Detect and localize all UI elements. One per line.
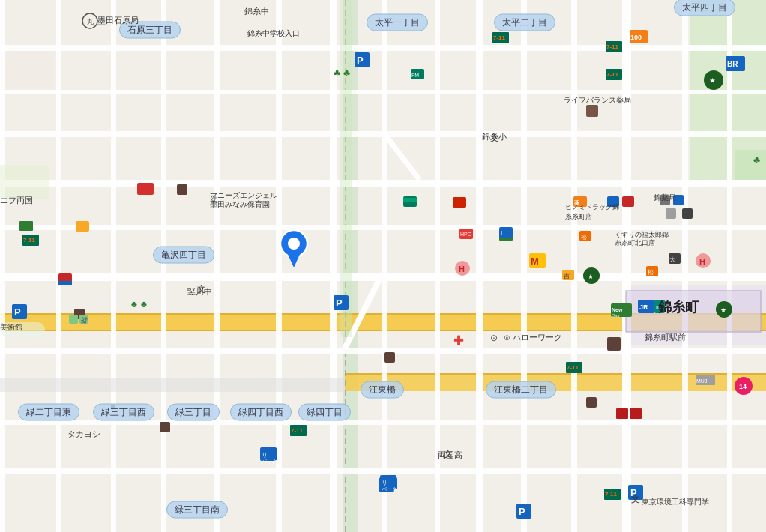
location-pin[interactable]: [279, 229, 309, 270]
district-taihei2: 太平二丁目: [494, 14, 555, 31]
district-taihei1: 太平一丁目: [367, 14, 428, 31]
station-kinshicho: 錦糸町: [658, 298, 699, 316]
district-kotobashi2: 江東橋二丁目: [486, 381, 556, 399]
map-background: [0, 0, 766, 532]
svg-point-167: [288, 238, 300, 250]
district-kamesawa: 亀沢四丁目: [153, 247, 214, 264]
district-ishihara: 石原三丁目: [119, 22, 181, 39]
district-taihei4: 太平四丁目: [674, 0, 735, 16]
district-midori3s: 緑三丁目南: [166, 501, 228, 519]
district-midori4w: 緑四丁目西: [230, 404, 292, 421]
district-midori3w: 緑三丁目西: [93, 404, 154, 421]
district-midori4: 緑四丁目: [298, 404, 351, 421]
district-kotobashi: 江東橋: [361, 381, 404, 399]
map-container[interactable]: 薬 New Day JR IC 7-11 7-11 7-11 7-11 7-11: [0, 0, 766, 532]
svg-marker-168: [286, 251, 301, 267]
district-midori2e: 緑二丁目東: [18, 404, 79, 421]
district-midori3: 緑三丁目: [167, 404, 220, 421]
